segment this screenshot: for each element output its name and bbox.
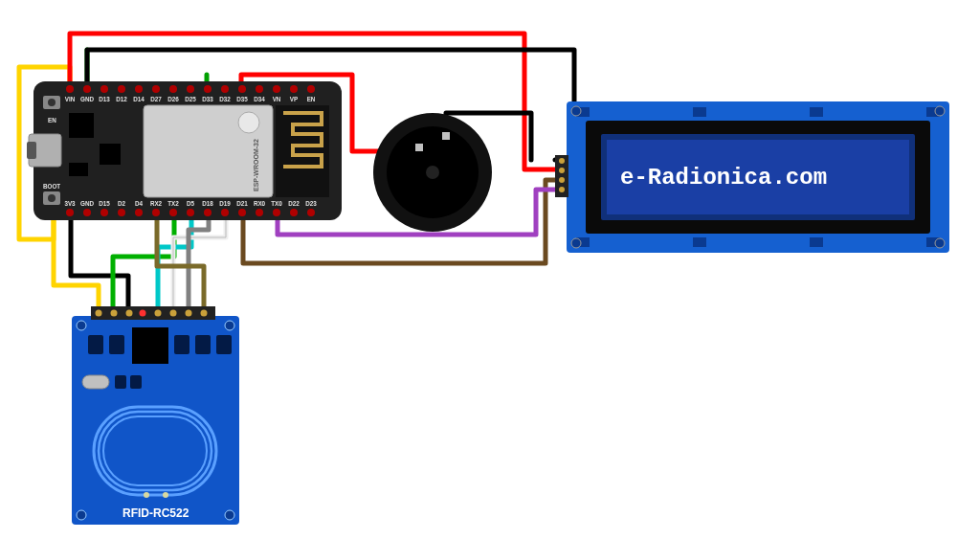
svg-point-98	[935, 238, 945, 248]
svg-point-22	[221, 85, 229, 93]
svg-point-52	[221, 209, 229, 216]
svg-point-101	[96, 310, 102, 317]
svg-point-121	[144, 492, 149, 498]
svg-rect-117	[130, 375, 142, 389]
buzzer	[373, 113, 492, 232]
svg-text:D23: D23	[305, 200, 317, 207]
svg-text:D26: D26	[167, 96, 179, 102]
svg-point-12	[48, 194, 56, 202]
svg-point-18	[152, 85, 160, 93]
svg-text:EN: EN	[307, 96, 316, 102]
svg-point-43	[66, 209, 74, 216]
svg-point-104	[140, 310, 146, 317]
svg-text:D13: D13	[99, 96, 110, 102]
svg-point-108	[201, 310, 208, 317]
svg-text:D22: D22	[288, 200, 300, 207]
svg-rect-100	[91, 306, 215, 320]
svg-text:3V3: 3V3	[64, 200, 76, 207]
svg-point-96	[935, 106, 945, 116]
wiring-diagram: ESP-WROOM-32 EN BOOT VIN GND D13 D12	[0, 0, 980, 539]
svg-point-54	[256, 209, 263, 216]
svg-point-24	[256, 85, 263, 93]
svg-rect-116	[115, 375, 126, 389]
svg-point-53	[238, 209, 246, 216]
rfid-label: RFID-RC522	[122, 506, 189, 520]
svg-point-15	[100, 85, 108, 93]
svg-point-14	[83, 85, 91, 93]
svg-point-19	[169, 85, 177, 93]
svg-text:D15: D15	[99, 200, 110, 207]
svg-rect-77	[442, 132, 450, 140]
esp32-board: ESP-WROOM-32 EN BOOT VIN GND D13 D12	[27, 81, 342, 220]
svg-point-92	[559, 168, 565, 173]
svg-text:RX2: RX2	[150, 200, 163, 207]
svg-rect-111	[174, 335, 189, 354]
svg-text:GND: GND	[80, 200, 94, 207]
svg-point-49	[169, 209, 177, 216]
svg-point-94	[559, 187, 565, 192]
svg-point-48	[152, 209, 160, 216]
svg-point-122	[163, 492, 168, 498]
rfid-header	[91, 306, 215, 320]
svg-text:D21: D21	[236, 200, 248, 207]
svg-point-47	[135, 209, 143, 216]
svg-rect-115	[82, 375, 109, 389]
svg-point-23	[238, 85, 246, 93]
svg-text:D19: D19	[219, 200, 231, 207]
svg-point-50	[187, 209, 194, 216]
esp32-chip-label: ESP-WROOM-32	[253, 139, 259, 191]
lcd-module: e-Radionica.com	[555, 101, 949, 253]
esp32-button-en-label: EN	[48, 117, 56, 124]
svg-point-91	[559, 158, 565, 164]
svg-rect-2	[27, 142, 36, 159]
svg-rect-6	[100, 144, 121, 165]
svg-point-75	[426, 166, 439, 179]
svg-point-10	[48, 99, 56, 106]
rfid-rc522: RFID-RC522	[72, 306, 239, 525]
svg-point-20	[187, 85, 194, 93]
svg-point-46	[118, 209, 125, 216]
svg-rect-113	[216, 335, 232, 354]
svg-text:VP: VP	[290, 96, 298, 102]
svg-point-4	[238, 112, 259, 133]
svg-rect-88	[693, 237, 706, 247]
wire-yellow-rfid	[54, 215, 99, 308]
svg-point-93	[559, 177, 565, 183]
svg-text:D18: D18	[202, 200, 213, 207]
svg-point-45	[100, 209, 108, 216]
svg-text:D35: D35	[236, 96, 248, 102]
svg-text:D25: D25	[185, 96, 196, 102]
esp32-button-boot-label: BOOT	[43, 183, 60, 190]
svg-point-17	[135, 85, 143, 93]
svg-text:VIN: VIN	[65, 96, 76, 102]
svg-rect-112	[195, 335, 211, 354]
svg-rect-109	[88, 335, 103, 354]
svg-point-44	[83, 209, 91, 216]
lcd-text-line1: e-Radionica.com	[620, 165, 827, 191]
svg-text:D33: D33	[202, 96, 213, 102]
svg-point-103	[126, 310, 133, 317]
svg-point-102	[111, 310, 118, 317]
svg-rect-76	[415, 144, 423, 151]
svg-text:D2: D2	[118, 200, 126, 207]
svg-point-21	[204, 85, 212, 93]
svg-rect-110	[109, 335, 124, 354]
svg-point-124	[225, 321, 234, 330]
svg-point-13	[66, 85, 74, 93]
svg-text:TX2: TX2	[167, 200, 179, 207]
svg-text:D12: D12	[116, 96, 127, 102]
svg-point-56	[290, 209, 298, 216]
svg-rect-86	[693, 107, 706, 117]
svg-point-26	[290, 85, 298, 93]
svg-text:D5: D5	[187, 200, 195, 207]
svg-point-125	[77, 510, 86, 520]
svg-point-51	[204, 209, 212, 216]
svg-point-97	[571, 238, 581, 248]
svg-point-16	[118, 85, 125, 93]
svg-point-25	[273, 85, 280, 93]
svg-point-95	[571, 106, 581, 116]
svg-point-57	[307, 209, 315, 216]
svg-text:D14: D14	[133, 96, 145, 102]
svg-point-105	[155, 310, 162, 317]
svg-text:D32: D32	[219, 96, 231, 102]
